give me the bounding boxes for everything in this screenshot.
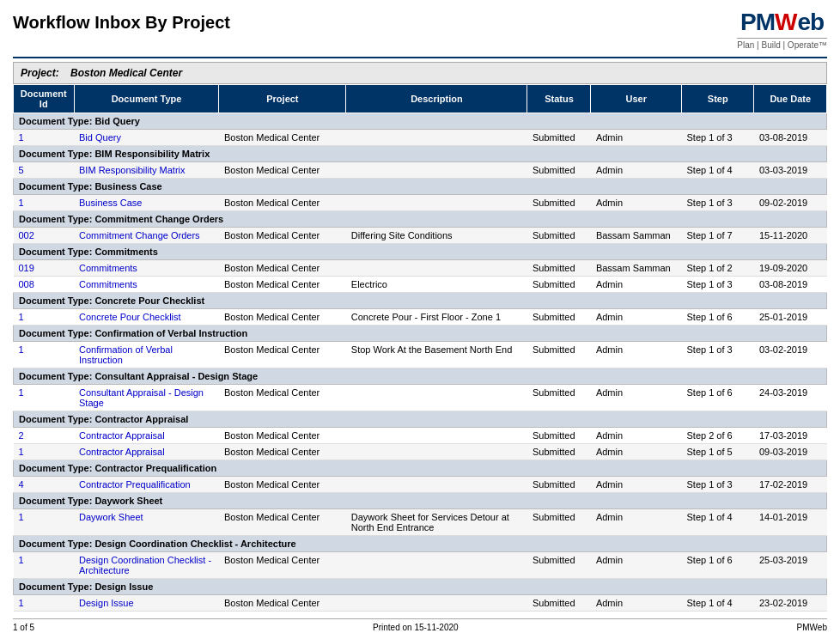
footer-brand: PMWeb — [797, 623, 827, 632]
table-row[interactable]: 019CommitmentsBoston Medical CenterSubmi… — [14, 260, 827, 277]
logo-web: W — [775, 9, 797, 35]
cell-description — [346, 162, 527, 179]
cell-status: Submitted — [527, 342, 591, 368]
cell-id: 1 — [14, 595, 75, 612]
cell-step: Step 1 of 3 — [681, 130, 753, 146]
cell-status: Submitted — [527, 309, 591, 326]
cell-doc_type: Business Case — [74, 195, 219, 211]
cell-due_date: 17-03-2019 — [754, 428, 827, 444]
cell-due_date: 03-03-2019 — [754, 162, 827, 179]
cell-project: Boston Medical Center — [219, 130, 346, 146]
doc-type-header-cell: Document Type: Design Issue — [14, 579, 827, 595]
cell-step: Step 1 of 5 — [681, 444, 753, 460]
cell-status: Submitted — [527, 595, 591, 612]
page-container: Workflow Inbox By Project PMWeb Plan | B… — [0, 0, 840, 633]
table-row[interactable]: 5BIM Responsibility MatrixBoston Medical… — [14, 162, 827, 179]
cell-due_date: 25-03-2019 — [754, 552, 827, 579]
printed-info: Printed on 15-11-2020 — [373, 623, 459, 632]
cell-id: 2 — [14, 428, 75, 444]
cell-description — [346, 595, 527, 612]
table-row[interactable]: 4Contractor PrequalificationBoston Medic… — [14, 477, 827, 493]
cell-doc_type: Contractor Prequalification — [74, 477, 219, 493]
cell-user: Admin — [591, 509, 682, 536]
cell-id: 4 — [14, 477, 75, 493]
doc-type-header-cell: Document Type: BIM Responsibility Matrix — [14, 146, 827, 162]
cell-doc_type: Design Coordination Checklist - Architec… — [74, 552, 219, 579]
cell-description: Electrico — [346, 277, 527, 293]
cell-due_date: 03-08-2019 — [754, 277, 827, 293]
table-row[interactable]: 002Commitment Change OrdersBoston Medica… — [14, 228, 827, 244]
logo-pm: PM — [740, 9, 775, 35]
table-header: Document Id Document Type Project Descri… — [14, 85, 827, 113]
cell-step: Step 1 of 6 — [681, 385, 753, 411]
cell-due_date: 24-03-2019 — [754, 385, 827, 411]
col-header-description: Description — [346, 85, 527, 113]
col-header-step: Step — [681, 85, 753, 113]
table-row[interactable]: 008CommitmentsBoston Medical CenterElect… — [14, 277, 827, 293]
logo-text: PMWeb — [737, 9, 827, 36]
doc-type-header-cell: Document Type: Business Case — [14, 179, 827, 195]
doc-type-header-row: Document Type: Confirmation of Verbal In… — [14, 326, 827, 342]
cell-description — [346, 477, 527, 493]
header-separator — [13, 57, 827, 58]
cell-status: Submitted — [527, 477, 591, 493]
table-row[interactable]: 1Concrete Pour ChecklistBoston Medical C… — [14, 309, 827, 326]
cell-due_date: 17-02-2019 — [754, 477, 827, 493]
cell-user: Admin — [591, 385, 682, 411]
table-row[interactable]: 1Bid QueryBoston Medical CenterSubmitted… — [14, 130, 827, 146]
table-row[interactable]: 1Daywork SheetBoston Medical CenterDaywo… — [14, 509, 827, 536]
cell-user: Bassam Samman — [591, 260, 682, 277]
cell-description: Stop Work At the Basement North End — [346, 342, 527, 368]
cell-project: Boston Medical Center — [219, 552, 346, 579]
table-row[interactable]: 1Contractor AppraisalBoston Medical Cent… — [14, 444, 827, 460]
project-name: Boston Medical Center — [70, 67, 182, 79]
cell-doc_type: BIM Responsibility Matrix — [74, 162, 219, 179]
cell-id: 1 — [14, 552, 75, 579]
cell-doc_type: Confirmation of Verbal Instruction — [74, 342, 219, 368]
doc-type-header-cell: Document Type: Confirmation of Verbal In… — [14, 326, 827, 342]
cell-project: Boston Medical Center — [219, 309, 346, 326]
cell-doc_type: Bid Query — [74, 130, 219, 146]
doc-type-header-cell: Document Type: Contractor Prequalificati… — [14, 460, 827, 477]
table-row[interactable]: 1Design Coordination Checklist - Archite… — [14, 552, 827, 579]
col-header-project: Project — [219, 85, 346, 113]
cell-user: Admin — [591, 444, 682, 460]
cell-doc_type: Daywork Sheet — [74, 509, 219, 536]
table-row[interactable]: 2Contractor AppraisalBoston Medical Cent… — [14, 428, 827, 444]
cell-id: 008 — [14, 277, 75, 293]
cell-due_date: 03-08-2019 — [754, 130, 827, 146]
cell-id: 5 — [14, 162, 75, 179]
cell-step: Step 1 of 6 — [681, 552, 753, 579]
cell-project: Boston Medical Center — [219, 444, 346, 460]
doc-type-header-row: Document Type: Design Coordination Check… — [14, 536, 827, 552]
cell-status: Submitted — [527, 444, 591, 460]
logo-web2: eb — [798, 9, 825, 35]
table-row[interactable]: 1Design IssueBoston Medical CenterSubmit… — [14, 595, 827, 612]
doc-type-header-cell: Document Type: Design Coordination Check… — [14, 536, 827, 552]
cell-user: Admin — [591, 130, 682, 146]
page-info: 1 of 5 — [13, 623, 34, 632]
cell-user: Admin — [591, 428, 682, 444]
cell-id: 1 — [14, 385, 75, 411]
cell-step: Step 1 of 3 — [681, 342, 753, 368]
logo-tagline: Plan | Build | Operate™ — [737, 38, 827, 50]
page-title-container: Workflow Inbox By Project — [13, 9, 230, 33]
cell-status: Submitted — [527, 385, 591, 411]
cell-project: Boston Medical Center — [219, 260, 346, 277]
cell-doc_type: Consultant Appraisal - Design Stage — [74, 385, 219, 411]
cell-description — [346, 552, 527, 579]
doc-type-header-row: Document Type: Commitment Change Orders — [14, 211, 827, 228]
doc-type-header-row: Document Type: BIM Responsibility Matrix — [14, 146, 827, 162]
cell-project: Boston Medical Center — [219, 162, 346, 179]
doc-type-header-row: Document Type: Consultant Appraisal - De… — [14, 368, 827, 385]
project-header: Project: Boston Medical Center — [13, 62, 827, 84]
cell-step: Step 1 of 6 — [681, 309, 753, 326]
cell-due_date: 14-01-2019 — [754, 509, 827, 536]
page-header: Workflow Inbox By Project PMWeb Plan | B… — [13, 9, 827, 50]
page-title: Workflow Inbox By Project — [13, 13, 230, 33]
logo: PMWeb Plan | Build | Operate™ — [737, 9, 827, 50]
table-row[interactable]: 1Consultant Appraisal - Design StageBost… — [14, 385, 827, 411]
table-row[interactable]: 1Confirmation of Verbal InstructionBosto… — [14, 342, 827, 368]
table-row[interactable]: 1Business CaseBoston Medical CenterSubmi… — [14, 195, 827, 211]
cell-user: Admin — [591, 195, 682, 211]
